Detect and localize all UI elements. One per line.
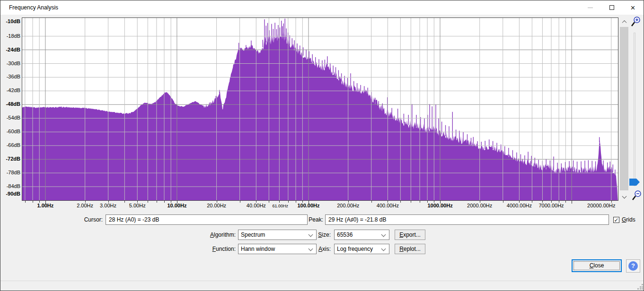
spectrum-peak — [333, 66, 333, 74]
spectrum-peak — [283, 24, 284, 38]
spectrum-peak — [584, 161, 585, 171]
spectrum-peak — [267, 23, 268, 42]
cursor-readout: 28 Hz (A0) = -23 dB — [106, 214, 308, 225]
spectrum-peak — [573, 161, 573, 170]
resize-grip[interactable] — [637, 284, 643, 290]
spectrum-plot[interactable] — [22, 18, 618, 200]
x-axis-tick — [157, 201, 157, 203]
x-axis-tick — [296, 201, 296, 203]
zoom-out-icon[interactable] — [631, 190, 644, 201]
spectrum-peak — [561, 163, 562, 171]
x-axis-tick — [420, 201, 420, 203]
size-value: 65536 — [337, 231, 353, 238]
spectrum-peak — [294, 40, 294, 49]
spectrum-peak — [429, 104, 430, 129]
x-axis-label: 1000.00Hz — [427, 203, 452, 208]
x-axis-tick — [371, 201, 372, 203]
close-window-button[interactable]: × — [622, 0, 644, 15]
grids-checkbox[interactable]: ✓ — [613, 217, 619, 223]
spectrum-peak — [375, 98, 375, 103]
size-select[interactable]: 65536 — [334, 230, 389, 240]
y-axis-label: -24dB — [0, 47, 20, 52]
spectrum-peak — [463, 132, 463, 141]
scroll-down-button[interactable] — [619, 192, 629, 200]
spectrum-peak — [420, 117, 421, 128]
spectrum-peak — [278, 25, 278, 39]
spectrum-peak — [408, 115, 409, 125]
x-axis-tick — [33, 201, 33, 203]
spectrum-peak — [581, 162, 581, 171]
spectrum-peak — [531, 156, 532, 164]
spectrum-peak — [459, 131, 459, 140]
spectrum-peak — [300, 45, 300, 53]
spectrum-peak — [445, 125, 446, 136]
spectrum-peak — [285, 18, 285, 38]
x-axis-tick — [124, 201, 125, 203]
spectrum-peak — [599, 137, 600, 142]
spectrum-peak — [274, 23, 275, 40]
spectrum-peak — [361, 85, 361, 92]
x-axis-tick — [565, 201, 566, 203]
y-axis-label: -36dB — [0, 74, 20, 79]
grids-checkbox-label[interactable]: Grids — [622, 216, 635, 223]
y-axis-label: -10dB — [0, 18, 20, 24]
spectrum-peak — [577, 162, 577, 171]
y-axis-label: -18dB — [0, 33, 20, 39]
spectrum-peak — [282, 26, 282, 37]
cursor-label: Cursor: — [65, 216, 103, 223]
y-axis-label: -84dB — [0, 183, 20, 189]
spectrum-peak — [335, 67, 336, 76]
y-axis-label: -66dB — [0, 142, 20, 148]
vertical-scrollbar[interactable] — [619, 18, 629, 200]
spectrum-peak — [353, 81, 354, 90]
spectrum-peak — [595, 162, 596, 170]
x-axis-tick — [288, 201, 289, 203]
spectrum-peak — [309, 51, 309, 60]
spectrum-peak — [219, 90, 220, 94]
spectrum-peak — [290, 35, 290, 45]
axis-select[interactable]: Log frequency — [334, 244, 389, 254]
algorithm-value: Spectrum — [241, 231, 265, 238]
maximize-button[interactable] — [601, 0, 622, 15]
scroll-up-button[interactable] — [619, 18, 629, 26]
spectrum-peak — [216, 96, 216, 99]
spectrum-peak — [412, 104, 412, 126]
spectrum-peak — [588, 160, 589, 171]
replot-button[interactable]: Replot... — [395, 244, 425, 254]
spectrum-peak — [603, 161, 603, 168]
y-axis-label: -48dB — [0, 101, 20, 107]
spectrum-peak — [341, 73, 342, 82]
spectrum-peak — [456, 129, 456, 139]
chevron-up-icon — [622, 20, 626, 25]
x-axis-tick — [411, 201, 411, 203]
x-axis-label: 10.00Hz — [167, 203, 186, 208]
spectrum-peak — [496, 143, 497, 151]
spectrum-peak — [347, 78, 348, 86]
zoom-slider-thumb[interactable] — [629, 179, 640, 186]
spectrum-peak — [467, 134, 468, 143]
spectrum-peak — [424, 118, 424, 128]
close-button[interactable]: Close — [572, 259, 622, 272]
spectrum-peak — [238, 43, 239, 51]
spectrum-peak — [493, 141, 493, 149]
spectrum-peak — [569, 161, 569, 170]
y-axis-label: -90dB — [0, 191, 20, 197]
spectrum-peak — [477, 141, 477, 147]
help-button[interactable]: ? — [626, 259, 640, 273]
x-axis-tick — [148, 201, 148, 203]
zoom-slider-track[interactable] — [634, 33, 635, 186]
spectrum-peak — [281, 21, 282, 38]
y-axis-label: -30dB — [0, 60, 20, 66]
spectrum-peak — [276, 29, 277, 39]
spectrum-peak — [471, 138, 471, 145]
title-bar[interactable]: Frequency Analysis × — [0, 0, 644, 15]
spectrum-peak — [280, 27, 280, 39]
close-icon: × — [631, 4, 635, 12]
scrollbar-thumb[interactable] — [620, 27, 628, 190]
export-button[interactable]: Export... — [395, 230, 425, 240]
spectrum-peak — [610, 162, 610, 170]
zoom-in-icon[interactable] — [630, 16, 643, 27]
help-icon: ? — [628, 261, 638, 271]
spectrum-peak — [303, 47, 303, 56]
y-axis-label: -78dB — [0, 170, 20, 175]
